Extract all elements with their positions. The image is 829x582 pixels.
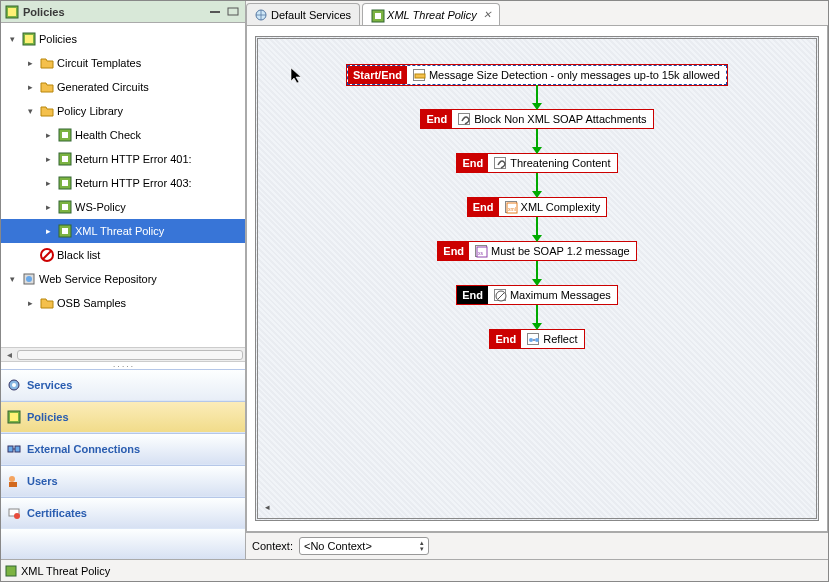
tree-item[interactable]: ▸Generated Circuits — [1, 75, 245, 99]
flow-arrow — [536, 85, 538, 109]
tree-label: OSB Samples — [57, 297, 126, 309]
tree-toggle[interactable]: ▸ — [41, 226, 55, 236]
tab-default-services[interactable]: Default Services — [246, 3, 360, 25]
tree-toggle[interactable]: ▾ — [5, 274, 19, 284]
status-text: XML Threat Policy — [21, 565, 110, 577]
node-label: Block Non XML SOAP Attachments — [474, 113, 646, 125]
policy-icon — [58, 176, 72, 190]
tree-toggle[interactable]: ▾ — [5, 34, 19, 44]
tree-toggle[interactable]: ▸ — [41, 202, 55, 212]
tree-toggle[interactable]: ▸ — [41, 154, 55, 164]
tree-hscroll[interactable]: ◂ — [1, 347, 245, 361]
policy-icon — [58, 224, 72, 238]
tab-xml-threat-policy[interactable]: XML Threat Policy✕ — [362, 3, 500, 25]
tree-item[interactable]: ▾Policies — [1, 27, 245, 51]
tree-item[interactable]: ▾Web Service Repository — [1, 267, 245, 291]
tree-label: Return HTTP Error 401: — [75, 153, 192, 165]
flow-node[interactable]: EndBlock Non XML SOAP Attachments — [420, 109, 653, 129]
minimize-icon[interactable] — [209, 7, 223, 17]
flow-node[interactable]: EndMaximum Messages — [456, 285, 618, 305]
canvas-scroll-left-icon[interactable]: ◂ — [260, 502, 274, 516]
svg-point-21 — [12, 383, 16, 387]
tree-item[interactable]: ▸Return HTTP Error 403: — [1, 171, 245, 195]
node-body: Block Non XML SOAP Attachments — [452, 110, 652, 128]
tree-toggle[interactable]: ▸ — [23, 58, 37, 68]
tree-item[interactable]: ▸XML Threat Policy — [1, 219, 245, 243]
policies-icon — [7, 410, 21, 424]
tree-item[interactable]: ▾Policy Library — [1, 99, 245, 123]
svg-rect-33 — [375, 13, 381, 19]
right-panel: Default ServicesXML Threat Policy✕ Start… — [246, 1, 828, 559]
tree-item[interactable]: ▸WS-Policy — [1, 195, 245, 219]
folder-icon — [40, 104, 54, 118]
flow-node[interactable]: EndReflect — [489, 329, 584, 349]
tab-label: XML Threat Policy — [387, 9, 477, 21]
svg-point-42 — [535, 338, 539, 342]
node-body: Message Size Detection - only messages u… — [407, 66, 726, 84]
reflect-icon — [527, 333, 539, 345]
category-ext[interactable]: External Connections — [1, 433, 245, 465]
policies-icon — [5, 5, 19, 19]
tree-item[interactable]: ▸Circuit Templates — [1, 51, 245, 75]
svg-rect-23 — [10, 413, 18, 421]
context-label: Context: — [252, 540, 293, 552]
svg-rect-44 — [6, 566, 16, 576]
left-panel: Policies ▾Policies▸Circuit Templates▸Gen… — [1, 1, 246, 559]
tree-view[interactable]: ▾Policies▸Circuit Templates▸Generated Ci… — [1, 23, 245, 347]
svg-rect-15 — [62, 228, 68, 234]
tree-toggle[interactable]: ▸ — [23, 82, 37, 92]
node-label: Must be SOAP 1.2 message — [491, 245, 630, 257]
xsd-icon: xs — [475, 245, 487, 257]
diagram-area[interactable]: Start/EndMessage Size Detection - only m… — [255, 36, 819, 521]
category-certs[interactable]: Certificates — [1, 497, 245, 529]
category-users[interactable]: Users — [1, 465, 245, 497]
tree-toggle[interactable]: ▸ — [41, 130, 55, 140]
folder-icon — [40, 56, 54, 70]
tree-toggle[interactable]: ▸ — [23, 298, 37, 308]
tree-label: Circuit Templates — [57, 57, 141, 69]
node-tag: Start/End — [348, 66, 407, 84]
category-policies[interactable]: Policies — [1, 401, 245, 433]
splitter[interactable]: · · · · · — [1, 361, 245, 369]
policy-icon — [58, 152, 72, 166]
diagram-canvas[interactable]: Start/EndMessage Size Detection - only m… — [246, 25, 828, 532]
node-tag: End — [438, 242, 469, 260]
context-select[interactable]: <No Context> ▴▾ — [299, 537, 429, 555]
tree-item[interactable]: ▸Health Check — [1, 123, 245, 147]
context-bar: Context: <No Context> ▴▾ — [246, 532, 828, 559]
folder-icon — [40, 296, 54, 310]
node-label: Maximum Messages — [510, 289, 611, 301]
node-tag: End — [421, 110, 452, 128]
svg-rect-1 — [8, 8, 16, 16]
tree-item[interactable]: ▸OSB Samples — [1, 291, 245, 315]
svg-point-41 — [529, 338, 533, 342]
maximize-icon[interactable] — [227, 7, 241, 17]
flow-arrow — [536, 217, 538, 241]
category-label: Users — [27, 475, 58, 487]
svg-rect-3 — [228, 8, 238, 15]
flow-node[interactable]: EndxmlXML Complexity — [467, 197, 607, 217]
flow-arrow — [536, 129, 538, 153]
scroll-track[interactable] — [17, 350, 243, 360]
tree-toggle[interactable]: ▸ — [41, 178, 55, 188]
flow-node[interactable]: EndThreatening Content — [456, 153, 617, 173]
deny-icon — [40, 248, 54, 262]
node-label: XML Complexity — [521, 201, 601, 213]
category-services[interactable]: Services — [1, 369, 245, 401]
svg-rect-11 — [62, 180, 68, 186]
panel-title: Policies — [23, 6, 205, 18]
flow-node[interactable]: Start/EndMessage Size Detection - only m… — [347, 65, 727, 85]
policy-icon — [371, 9, 383, 21]
flow-node[interactable]: EndxsMust be SOAP 1.2 message — [437, 241, 636, 261]
attach-icon — [494, 157, 506, 169]
tree-toggle[interactable]: ▾ — [23, 106, 37, 116]
tree-item[interactable]: ▸Return HTTP Error 401: — [1, 147, 245, 171]
status-bar: XML Threat Policy — [1, 559, 828, 581]
svg-rect-24 — [8, 446, 13, 452]
scroll-left-icon[interactable]: ◂ — [1, 349, 17, 360]
flow-arrow — [536, 261, 538, 285]
spinner-icon[interactable]: ▴▾ — [420, 540, 424, 552]
xml-icon: xml — [505, 201, 517, 213]
tree-item[interactable]: Black list — [1, 243, 245, 267]
close-icon[interactable]: ✕ — [483, 9, 491, 20]
